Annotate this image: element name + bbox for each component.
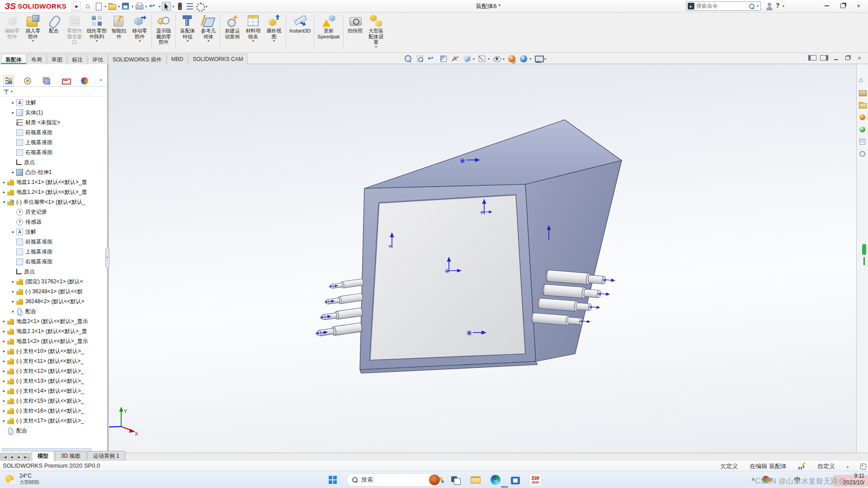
hide-show-items-icon[interactable] — [492, 54, 501, 63]
expand-arrow-icon[interactable]: ▸ — [10, 289, 16, 294]
task-view-button[interactable] — [449, 474, 462, 486]
dropdown-caret-icon[interactable]: ▾ — [172, 5, 174, 9]
home-icon[interactable] — [859, 77, 866, 84]
performance-icon[interactable] — [798, 463, 806, 469]
ribbon-button-show-hidden[interactable]: 显示隐藏的零部件 — [153, 14, 174, 45]
expand-arrow-icon[interactable]: ▸ — [10, 230, 16, 234]
expand-arrow-icon[interactable]: ▸ — [1, 319, 7, 324]
dropdown-caret-icon[interactable]: ▾ — [488, 57, 490, 61]
custom-status-label[interactable]: 自定义 — [817, 462, 835, 470]
tree-item[interactable]: ▸配合 — [0, 306, 107, 316]
tab-标注[interactable]: 标注 — [67, 54, 87, 64]
view-orientation-icon[interactable] — [462, 54, 472, 63]
ribbon-button-instant3d[interactable]: Instant3D — [288, 14, 312, 34]
display-manager-tab[interactable] — [80, 77, 89, 85]
tree-item[interactable]: 上视基准面 — [0, 137, 107, 147]
command-search-box[interactable]: ▸ 搜索命令 ▾ — [686, 1, 761, 11]
dropdown-caret-icon[interactable]: ▾ — [529, 57, 531, 61]
dropdown-caret-icon[interactable]: ▾ — [132, 5, 133, 9]
expand-arrow-icon[interactable]: ▸ — [1, 369, 7, 373]
tab-MBD[interactable]: MBD — [167, 54, 188, 64]
design-library-icon[interactable] — [859, 89, 866, 97]
graphics-viewport[interactable]: Y X Z — [108, 64, 856, 453]
dropdown-caret-icon[interactable]: ▾ — [159, 5, 160, 9]
start-button[interactable] — [326, 474, 339, 486]
expand-arrow-icon[interactable]: ▸ — [10, 279, 16, 284]
home-icon[interactable] — [84, 2, 93, 11]
expand-arrow-icon[interactable]: ▸ — [10, 100, 16, 105]
panel-splitter-handle[interactable] — [105, 248, 109, 268]
restore-button[interactable] — [838, 2, 848, 10]
tree-item[interactable]: 原点 — [0, 157, 107, 167]
dropdown-caret-icon[interactable]: ▾ — [145, 5, 147, 9]
ribbon-button-smart-fasteners[interactable]: 智能扣件 — [108, 14, 129, 39]
ribbon-button-take-snapshot[interactable]: 拍快照 — [345, 14, 366, 34]
file-explorer-icon[interactable] — [859, 101, 866, 109]
file-explorer-icon[interactable] — [469, 474, 482, 486]
expand-arrow-icon[interactable]: ▸ — [1, 349, 7, 353]
filter-caret-icon[interactable]: ▾ — [11, 89, 13, 94]
close-button[interactable]: × — [854, 2, 863, 10]
panel-tabs-overflow-icon[interactable]: » — [99, 77, 102, 85]
tree-item[interactable]: 传感器 — [0, 217, 107, 227]
tree-item[interactable]: ▸(-) 支柱<17> (默认<<默认>_ — [0, 416, 107, 426]
expand-arrow-icon[interactable]: ▸ — [1, 359, 7, 363]
tree-item[interactable]: 前视基准面 — [0, 237, 107, 247]
tree-item[interactable]: ▾(-) 单位履带<1> (默认<默认_ — [0, 197, 107, 207]
undo-icon[interactable] — [148, 2, 157, 11]
new-document-icon[interactable] — [94, 2, 103, 11]
property-manager-tab[interactable] — [24, 77, 32, 85]
ribbon-button-insert-component[interactable]: 插入零部件▾ — [23, 14, 43, 43]
tab-SOLIDWORKS CAM[interactable]: SOLIDWORKS CAM — [188, 54, 247, 64]
dropdown-caret-icon[interactable]: ▾ — [118, 5, 120, 9]
tree-item[interactable]: ▸地盘1.1<1> (默认<<默认>_显 — [0, 177, 107, 187]
tab-SOLIDWORKS 插件[interactable]: SOLIDWORKS 插件 — [108, 54, 166, 64]
doc-minimize-icon[interactable] — [832, 54, 840, 61]
annotations-visibility-icon[interactable] — [451, 54, 460, 63]
tree-item[interactable]: ▸(-) 支柱<13> (默认<<默认>_ — [0, 376, 107, 386]
display-style-icon[interactable] — [477, 54, 486, 63]
save-icon[interactable] — [121, 2, 130, 11]
tree-item[interactable]: ▸凸台-拉伸1 — [0, 167, 107, 177]
tree-item[interactable]: ▸(-) 支柱<16> (默认<<默认>_ — [0, 406, 107, 416]
open-icon[interactable] — [108, 2, 117, 11]
prev-tab-button[interactable]: ◀ — [8, 454, 15, 460]
tree-item[interactable]: ▸(-) 支柱<11> (默认<<默认>_ — [0, 356, 107, 366]
ribbon-button-large-assembly[interactable]: 大型装配体设置▾ — [366, 14, 387, 49]
expand-arrow-icon[interactable]: ▸ — [10, 309, 16, 314]
tree-item[interactable]: ▸地盘1<2> (默认<<默认>_显示 — [0, 336, 107, 346]
expand-arrow-icon[interactable]: ▸ — [10, 299, 16, 304]
select-icon[interactable] — [162, 2, 171, 11]
dropdown-caret-icon[interactable]: ▾ — [544, 57, 546, 61]
doc-close-icon[interactable]: × — [855, 54, 863, 61]
ribbon-button-mate[interactable]: 配合 — [43, 14, 64, 34]
tree-item[interactable]: 材质 <未指定> — [0, 117, 107, 127]
tree-filter-row[interactable]: ▾ — [0, 87, 107, 97]
ribbon-button-bom[interactable]: 材料明细表▾ — [243, 14, 264, 43]
appearances-icon[interactable] — [859, 126, 866, 133]
expand-arrow-icon[interactable]: ▸ — [1, 190, 7, 194]
print-icon[interactable] — [135, 2, 144, 11]
tree-item[interactable]: 上视基准面 — [0, 247, 107, 257]
tree-item[interactable]: 右视基准面 — [0, 147, 107, 157]
search-caret-icon[interactable]: ▾ — [757, 4, 759, 8]
section-view-icon[interactable] — [439, 54, 448, 63]
dimxpert-manager-tab[interactable] — [61, 77, 70, 85]
tag-icon[interactable] — [860, 463, 867, 470]
tree-item[interactable]: 原点 — [0, 267, 107, 277]
doc-restore-icon[interactable] — [844, 54, 852, 61]
feature-manager-tab[interactable] — [5, 77, 13, 85]
help-button[interactable]: ? — [776, 2, 780, 9]
configuration-manager-tab[interactable] — [42, 77, 51, 85]
tree-item[interactable]: ▸(-) 支柱<12> (默认<<默认>_ — [0, 366, 107, 376]
dropdown-caret-icon[interactable]: ▾ — [206, 5, 208, 9]
custom-properties-icon[interactable] — [859, 138, 866, 145]
tray-expand-icon[interactable]: ∧ — [751, 476, 755, 482]
expand-arrow-icon[interactable]: ▸ — [1, 180, 7, 184]
tab-评估[interactable]: 评估 — [88, 54, 108, 64]
tree-item[interactable]: ▸(-) 36248<1> (默认<<默 — [0, 286, 107, 296]
taskbar-search[interactable]: 搜索 — [346, 473, 442, 487]
expand-arrow-icon[interactable]: ▸ — [1, 379, 7, 383]
tree-item[interactable]: ▸(-) 支柱<15> (默认<<默认>_ — [0, 396, 107, 406]
filter-icon[interactable] — [4, 89, 9, 94]
